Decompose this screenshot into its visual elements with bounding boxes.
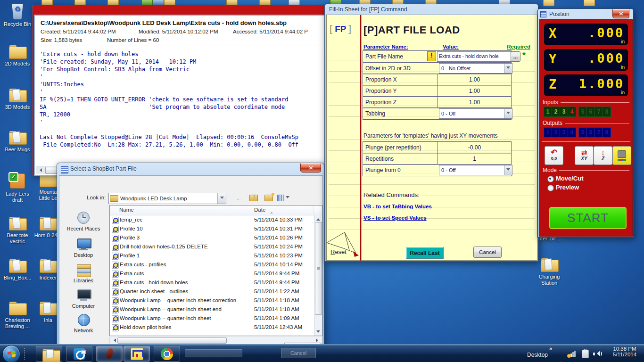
file-row[interactable]: Profile 105/11/2014 10:31 PM — [110, 225, 314, 234]
file-row[interactable]: Drill hold down holes-0.125 DELETE5/11/2… — [110, 243, 314, 252]
desktop-icon-2d-models[interactable]: 2D Models — [2, 45, 33, 67]
desktop-icon-label: Recycle Bin — [2, 21, 33, 27]
plunge-input[interactable]: -0.00 — [438, 142, 511, 153]
param-label: Part File Name — [363, 53, 438, 60]
desktop-icon-lady-eers-draft[interactable]: ✓ Lady Eers draft — [2, 173, 33, 203]
chevron-overflow-icon[interactable]: » — [549, 346, 552, 351]
close-icon[interactable] — [300, 164, 321, 173]
chevron-down-icon[interactable] — [504, 165, 512, 175]
folder-icon — [9, 302, 26, 315]
file-row[interactable]: Quarter-inch sheet - outlines5/11/2014 1… — [110, 288, 314, 296]
sbp-file-icon — [112, 235, 119, 242]
move-cut-label[interactable]: Move/Cut — [556, 175, 584, 182]
reset-button[interactable]: RReseteset — [330, 248, 347, 255]
file-row[interactable]: Hold down pilot holes5/11/2014 12:43 AM — [110, 323, 314, 332]
column-header-name[interactable]: Name — [119, 207, 134, 213]
file-row[interactable]: Extra cuts5/11/2014 9:44 PM — [110, 270, 314, 279]
proportion-x-input[interactable]: 1.00 — [438, 74, 511, 85]
sidebar-item-computer[interactable]: Computer — [61, 288, 106, 309]
taskbar-shopbot-button[interactable] — [124, 346, 150, 362]
desktop-toolbar-label[interactable]: Desktop — [527, 352, 548, 358]
desktop-icon-beer-tote-vectric[interactable]: Beer tote vectric — [2, 217, 33, 245]
browse-button[interactable]: ... — [511, 51, 520, 62]
column-header-value: Value: — [443, 44, 459, 49]
vb-link[interactable]: VB - to set TaBbing Values — [363, 204, 432, 209]
zero-xy-button[interactable]: ⇄ XY — [575, 146, 594, 165]
plunge-from-0-dropdown[interactable]: 0 - Off — [439, 165, 512, 175]
scrollbar-thumb[interactable] — [315, 222, 322, 315]
file-row[interactable]: Woodpunk Lamp -- quarter-inch sheet end5… — [110, 305, 314, 314]
desktop-icon-recycle-bin[interactable]: ♻ Recycle Bin — [2, 2, 33, 27]
editor-modified: Modified: 5/11/2014 10:12:02 PM — [139, 29, 218, 34]
preview-label[interactable]: Preview — [556, 184, 579, 191]
start-button-orb[interactable] — [2, 345, 20, 362]
proportion-z-input[interactable]: 1.00 — [438, 97, 511, 108]
warning-button[interactable]: ! — [427, 51, 436, 61]
file-row[interactable]: Woodpunk Lamp -- quarter-inch sheet5/11/… — [110, 314, 314, 323]
close-icon[interactable] — [612, 9, 629, 18]
show-hidden-icons[interactable] — [559, 354, 563, 362]
sidebar-label: Recent Places — [61, 226, 106, 231]
sbp-file-icon — [112, 253, 119, 260]
cancel-button[interactable]: Cancel — [473, 247, 502, 258]
file-row[interactable]: Profile 35/11/2014 10:26 PM — [110, 234, 314, 243]
chevron-down-icon[interactable] — [217, 193, 226, 204]
zero-z-button[interactable]: ↕ Z — [594, 146, 612, 165]
taskbar-chrome-button[interactable] — [154, 346, 180, 362]
scroll-up-icon[interactable] — [314, 215, 322, 221]
sidebar-item-libraries[interactable]: Libraries — [61, 263, 106, 283]
outputs-label: Outputs — [543, 120, 629, 126]
desktop-icon-charleston-brewing[interactable]: Charleston Brewing ... — [2, 302, 33, 329]
taskbar-editor-button[interactable] — [96, 346, 123, 362]
sidebar-label: Network — [61, 328, 106, 333]
scroll-left-icon[interactable] — [110, 337, 117, 343]
sbp-file-icon — [112, 324, 119, 331]
desktop-background[interactable]: { "icons": { "recycle_glyph": "♻", "chec… — [0, 0, 644, 362]
part-file-name-input[interactable]: Extra cuts - hold down hole — [437, 51, 511, 62]
sidebar-item-network[interactable]: Network — [61, 313, 106, 333]
x-position-display: X .000 in — [544, 24, 628, 45]
chevron-down-icon[interactable] — [504, 109, 512, 118]
look-in-label: Look in: — [87, 195, 106, 200]
file-row[interactable]: Profile 15/11/2014 10:23 PM — [110, 252, 314, 261]
views-icon[interactable] — [277, 193, 289, 203]
scroll-left-icon[interactable] — [36, 167, 43, 173]
taskbar-outlook-button[interactable] — [66, 346, 92, 362]
up-folder-icon[interactable]: ↑ — [248, 193, 260, 203]
taskbar-explorer-button[interactable] — [36, 346, 62, 362]
column-header-date[interactable]: Date — [254, 207, 265, 213]
preview-radio[interactable] — [547, 185, 554, 191]
network-icon[interactable] — [569, 351, 576, 357]
offset-dropdown[interactable]: 0 - No Offset — [439, 63, 512, 74]
keypad-button[interactable] — [612, 146, 631, 165]
file-row[interactable]: Extra cuts - profiles5/11/2014 10:14 PM — [110, 261, 314, 270]
vs-link[interactable]: VS - to set Speed Values — [363, 215, 427, 221]
desktop-icon-charging-station[interactable]: Charging Station — [533, 258, 566, 286]
clock[interactable]: 10:38 PM 5/11/2014 — [608, 346, 641, 357]
scroll-down-icon[interactable] — [314, 329, 322, 335]
proportion-y-input[interactable]: 1.00 — [438, 85, 511, 97]
action-center-icon[interactable] — [582, 350, 589, 358]
recall-last-button[interactable]: Recall Last — [406, 247, 444, 259]
volume-icon[interactable] — [593, 351, 602, 357]
back-icon[interactable]: ← — [233, 193, 245, 203]
new-folder-icon[interactable] — [263, 193, 275, 203]
zero-axes-button[interactable]: ↶ 0,0 — [545, 146, 563, 165]
chevron-down-icon[interactable] — [504, 64, 512, 73]
file-row[interactable]: Extra cuts - hold down holes5/11/2014 9:… — [110, 279, 314, 288]
tabbing-dropdown[interactable]: 0 - Off — [439, 108, 512, 119]
file-row[interactable]: temp_rec5/11/2014 10:33 PM — [110, 216, 314, 225]
move-cut-radio[interactable] — [547, 176, 554, 182]
desktop-icon-bling-box[interactable]: Bling_Box... — [2, 259, 33, 281]
sidebar-item-recent-places[interactable]: Recent Places — [61, 211, 106, 231]
scrollbar-thumb[interactable] — [117, 337, 227, 344]
start-button[interactable]: START — [549, 207, 627, 229]
file-list-vertical-scrollbar[interactable] — [314, 215, 322, 336]
file-row[interactable]: Woodpunk Lamp -- quarter-inch sheet corr… — [110, 296, 314, 305]
desktop-icon-3d-models[interactable]: 3D Models — [2, 89, 33, 110]
sidebar-item-desktop[interactable]: Desktop — [61, 237, 106, 258]
look-in-dropdown[interactable]: Woodpunk LED Desk Lamp — [108, 193, 226, 204]
repetitions-input[interactable]: 1 — [438, 153, 511, 165]
desktop-icon-beer-mugs[interactable]: Beer Mugs — [2, 131, 33, 153]
editor-code[interactable]: 'Extra cuts - hold down holes 'File crea… — [40, 50, 288, 126]
